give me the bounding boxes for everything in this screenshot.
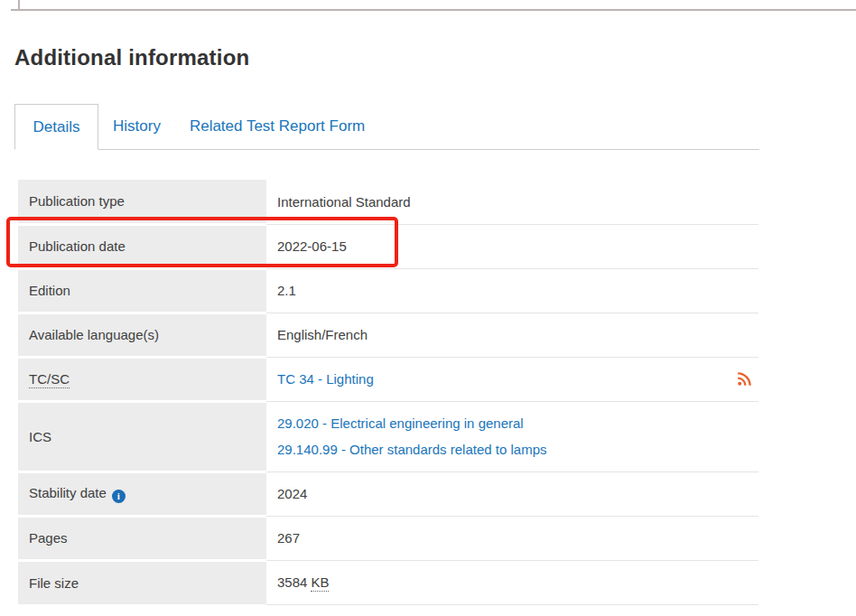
page-title: Additional information: [14, 45, 249, 70]
tab-related-test-report-form[interactable]: Related Test Report Form: [175, 104, 379, 149]
ics-link-1[interactable]: 29.020 - Electrical engineering in gener…: [277, 410, 748, 436]
row-label: Edition: [18, 268, 266, 313]
details-table: Publication type International Standard …: [18, 180, 758, 605]
tab-bar: Details History Related Test Report Form: [14, 104, 759, 150]
table-row-ics: ICS 29.020 - Electrical engineering in g…: [18, 401, 758, 471]
row-value: 2022-06-15: [266, 224, 758, 268]
table-row-pages: Pages 267: [18, 516, 758, 560]
table-row-file-size: File size 3584KB: [18, 560, 758, 604]
top-divider-line: [11, 9, 856, 11]
table-row-tc-sc: TC/SC TC 34 - Lighting: [18, 357, 758, 401]
row-label: Pages: [18, 516, 266, 560]
tab-history[interactable]: History: [98, 104, 175, 149]
row-value: English/French: [266, 313, 758, 357]
table-row-edition: Edition 2.1: [18, 268, 758, 313]
tab-history-label: History: [113, 117, 161, 135]
row-value: 2024: [266, 471, 758, 516]
row-label: File size: [18, 560, 266, 604]
tab-details[interactable]: Details: [14, 104, 98, 150]
file-size-number: 3584: [277, 574, 307, 590]
rss-icon[interactable]: [737, 372, 751, 387]
row-label: Available language(s): [18, 313, 266, 357]
row-label: Publication type: [18, 180, 266, 224]
tab-related-test-report-form-label: Related Test Report Form: [190, 117, 365, 135]
row-label: ICS: [18, 401, 266, 471]
row-value: 267: [266, 516, 758, 560]
tc-sc-link[interactable]: TC 34 - Lighting: [277, 371, 374, 387]
ics-link-2[interactable]: 29.140.99 - Other standards related to l…: [277, 436, 748, 462]
row-value: International Standard: [266, 180, 758, 224]
table-row-publication-type: Publication type International Standard: [18, 180, 758, 224]
row-value: 2.1: [266, 268, 758, 313]
table-row-available-languages: Available language(s) English/French: [18, 313, 758, 357]
row-label: Stability date: [29, 485, 107, 500]
table-row-publication-date: Publication date 2022-06-15: [18, 224, 758, 268]
info-icon[interactable]: i: [112, 490, 126, 503]
table-row-stability-date: Stability datei 2024: [18, 471, 758, 516]
kb-abbr: KB: [311, 574, 329, 592]
tab-details-label: Details: [33, 118, 80, 136]
row-label: Publication date: [18, 224, 266, 268]
top-divider-tick: [18, 0, 20, 11]
tc-sc-abbr: TC/SC: [29, 371, 70, 388]
